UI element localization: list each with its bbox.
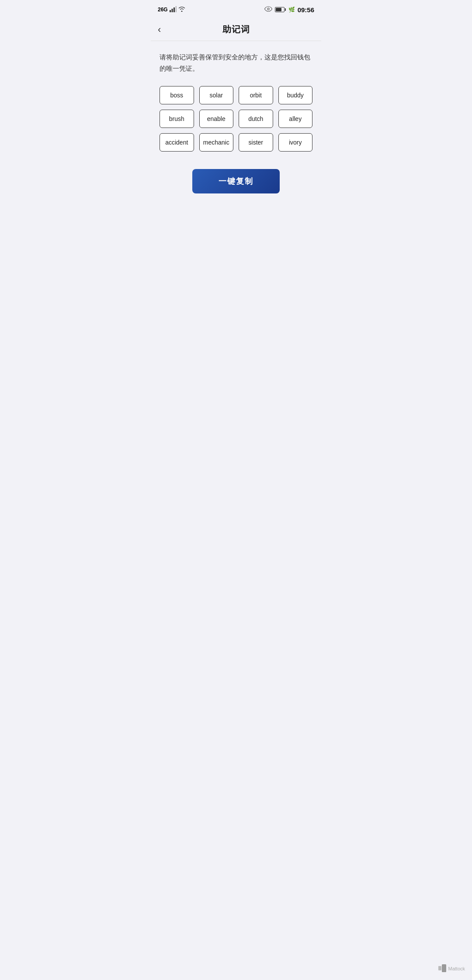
copy-all-button[interactable]: 一键复制 (192, 169, 280, 193)
svg-rect-3 (175, 6, 177, 12)
battery-icon (275, 7, 286, 12)
svg-point-4 (267, 8, 269, 10)
mnemonic-word-7: dutch (239, 110, 273, 128)
mnemonic-word-4: buddy (278, 86, 313, 104)
nav-bar: ‹ 助记词 (151, 19, 321, 41)
mnemonic-word-12: ivory (278, 133, 313, 152)
mnemonic-word-1: boss (160, 86, 194, 104)
mnemonic-word-10: mechanic (199, 133, 234, 152)
mnemonic-word-5: brush (160, 110, 194, 128)
signal-icon (170, 6, 177, 14)
mnemonic-word-9: accident (160, 133, 194, 152)
mnemonic-word-grid: bosssolarorbitbuddybrushenabledutchalley… (160, 86, 312, 152)
status-right: 🌿 09:56 (264, 6, 314, 14)
svg-rect-1 (171, 9, 173, 12)
svg-rect-2 (174, 7, 175, 12)
page-title: 助记词 (222, 24, 250, 35)
leaf-icon: 🌿 (288, 7, 295, 13)
mnemonic-word-2: solar (199, 86, 234, 104)
mnemonic-word-6: enable (199, 110, 234, 128)
mnemonic-word-3: orbit (239, 86, 273, 104)
time-display: 09:56 (298, 6, 314, 14)
svg-rect-0 (170, 10, 171, 12)
mnemonic-word-11: sister (239, 133, 273, 152)
network-indicator: 26G (158, 7, 168, 13)
copy-button-wrapper: 一键复制 (160, 169, 312, 193)
mnemonic-word-8: alley (278, 110, 313, 128)
description-text: 请将助记词妥善保管到安全的地方，这是您找回钱包的唯一凭证。 (160, 52, 312, 74)
back-button[interactable]: ‹ (158, 24, 161, 35)
main-content: 请将助记词妥善保管到安全的地方，这是您找回钱包的唯一凭证。 bosssolaro… (151, 41, 321, 202)
wifi-icon (178, 6, 185, 13)
status-bar: 26G (151, 0, 321, 19)
eye-icon (264, 6, 272, 13)
status-left: 26G (158, 6, 185, 14)
